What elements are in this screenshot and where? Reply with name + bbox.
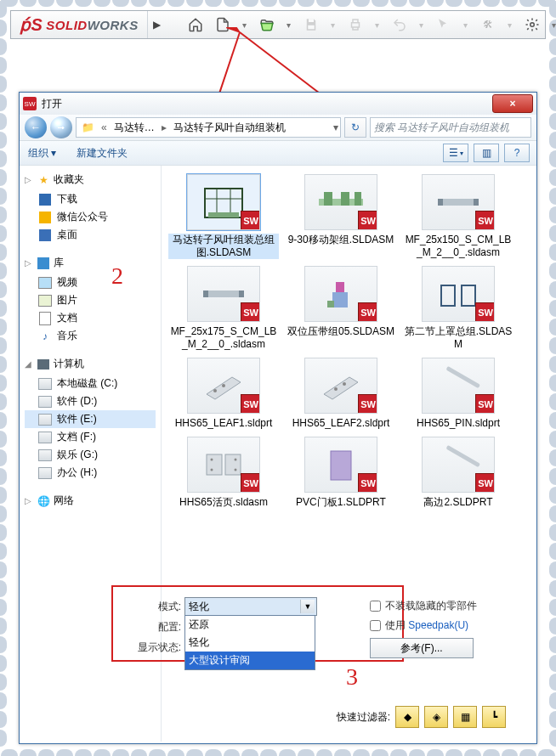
svg-rect-0 (309, 19, 314, 22)
svg-rect-13 (341, 192, 349, 206)
svg-rect-38 (445, 445, 480, 467)
svg-point-34 (211, 469, 213, 471)
search-input[interactable]: 搜索 马达转子风叶自动组装机 (370, 117, 531, 138)
quick-filter-label: 快速过滤器: (337, 710, 390, 725)
refresh-button[interactable]: ↻ (344, 117, 366, 138)
file-item[interactable]: SW双位压带组05.SLDASM (286, 266, 396, 351)
tree-item-drive-g[interactable]: 娱乐 (G:) (25, 446, 156, 464)
help-button[interactable]: ? (504, 144, 530, 162)
svg-rect-16 (438, 199, 443, 206)
svg-point-36 (235, 469, 237, 471)
organize-menu[interactable]: 组织 ▾ (28, 146, 56, 161)
tree-item-videos[interactable]: 视频 (25, 274, 156, 291)
print-icon[interactable] (348, 17, 363, 32)
svg-rect-22 (332, 292, 348, 307)
chk-speedpak[interactable]: 使用 Speedpak(U) (370, 618, 506, 633)
tree-item-music[interactable]: ♪音乐 (25, 327, 156, 345)
tree-item-pictures[interactable]: 图片 (25, 291, 156, 309)
new-file-icon[interactable] (215, 17, 230, 32)
filter-drawings-button[interactable]: ▦ (453, 706, 477, 728)
svg-point-27 (222, 384, 225, 387)
tree-favorites[interactable]: ▷★收藏夹 (25, 172, 156, 187)
svg-point-29 (343, 382, 346, 386)
svg-rect-37 (331, 451, 351, 480)
filter-parts-button[interactable]: ◆ (395, 706, 419, 728)
new-folder-button[interactable]: 新建文件夹 (77, 146, 128, 161)
rebuild-icon[interactable]: 🛠 (480, 17, 496, 32)
svg-rect-21 (336, 282, 344, 292)
annotation-3: 3 (346, 663, 358, 691)
tree-item-desktop[interactable]: 桌面 (25, 226, 156, 244)
file-item[interactable]: SWHHS65_PIN.sldprt (403, 358, 513, 430)
filter-top-level-button[interactable]: ┗ (482, 706, 506, 728)
svg-rect-18 (203, 291, 244, 297)
breadcrumb[interactable]: 📁 « 马达转… ▸ 马达转子风叶自动组装机 ▾ (76, 117, 341, 138)
menu-expand-icon[interactable]: ▶ (148, 19, 166, 31)
view-mode-button[interactable]: ☰▾ (443, 144, 468, 162)
open-dialog: SW 打开 × ← → 📁 « 马达转… ▸ 马达转子风叶自动组装机 ▾ ↻ 搜… (19, 92, 537, 744)
svg-rect-2 (351, 23, 359, 27)
solidworks-logo: ṕS SOLIDWORKS (11, 11, 148, 38)
mode-dropdown[interactable]: 轻化▼ 还原 轻化 大型设计审阅 (184, 597, 317, 616)
tree-item-wechat[interactable]: 微信公众号 (25, 208, 156, 226)
svg-point-26 (213, 389, 217, 392)
file-item[interactable]: SWHHS65_LEAF1.sldprt (168, 358, 279, 430)
file-item[interactable]: SW第二节上罩总组.SLDASM (403, 266, 513, 351)
svg-rect-32 (225, 454, 241, 475)
save-icon[interactable] (304, 17, 319, 32)
svg-rect-25 (462, 285, 475, 306)
options-icon[interactable] (525, 17, 540, 32)
file-item[interactable]: SWMF_25x150_S_CM_LB_M_2__0_.sldasm (403, 174, 513, 259)
annotation-2b: 2 (111, 262, 123, 290)
nav-forward-button[interactable]: → (50, 116, 72, 138)
file-item[interactable]: SWHHS65_LEAF2.sldprt (286, 358, 396, 430)
tree-computer[interactable]: ◢计算机 (25, 357, 156, 371)
tree-network[interactable]: ▷🌐网络 (25, 494, 156, 508)
home-icon[interactable] (188, 17, 203, 32)
tree-item-drive-h[interactable]: 办公 (H:) (25, 464, 156, 482)
svg-point-33 (211, 459, 213, 461)
close-button[interactable]: × (492, 94, 533, 113)
file-item[interactable]: SW马达转子风叶组装总组图.SLDASM (168, 174, 279, 259)
mode-label: 模式: (122, 600, 184, 614)
svg-point-35 (235, 459, 237, 461)
chk-hidden-parts[interactable]: 不装载隐藏的零部件 (370, 599, 506, 613)
nav-back-button[interactable]: ← (25, 116, 47, 138)
svg-point-3 (530, 23, 534, 27)
filter-assemblies-button[interactable]: ◈ (424, 706, 448, 728)
tree-item-downloads[interactable]: 下载 (25, 190, 156, 208)
tree-item-drive-d[interactable]: 软件 (D:) (25, 392, 156, 410)
mode-dropdown-popup: 还原 轻化 大型设计审阅 (184, 615, 315, 670)
file-item[interactable]: SW高边2.SLDPRT (403, 437, 513, 509)
dialog-title: 打开 (42, 97, 62, 111)
references-button[interactable]: 参考(F)... (370, 638, 474, 658)
svg-point-28 (334, 387, 338, 391)
file-item[interactable]: SWHHS65活页.sldasm (168, 437, 279, 509)
mode-option-restore[interactable]: 还原 (185, 616, 315, 634)
select-icon[interactable] (436, 17, 451, 32)
file-item[interactable]: SWMF_25x175_S_CM_LB_M_2__0_.sldasm (168, 266, 279, 351)
tree-libraries[interactable]: ▷库 (25, 256, 156, 270)
svg-rect-31 (207, 454, 222, 475)
tree-item-drive-e[interactable]: 软件 (E:) (25, 410, 156, 428)
svg-rect-19 (203, 291, 208, 297)
open-file-icon[interactable] (259, 17, 275, 32)
dialog-app-icon: SW (23, 97, 37, 110)
tree-item-drive-f[interactable]: 文档 (F:) (25, 428, 156, 446)
svg-rect-1 (308, 25, 315, 30)
svg-rect-17 (474, 199, 479, 206)
mode-option-lightweight[interactable]: 轻化 (185, 634, 315, 652)
config-label: 配置: (122, 620, 184, 635)
display-state-label: 显示状态: (122, 640, 184, 655)
svg-rect-23 (327, 301, 334, 307)
mode-option-large-design-review[interactable]: 大型设计审阅 (185, 652, 315, 669)
svg-rect-10 (208, 212, 239, 217)
tree-item-documents[interactable]: 文档 (25, 309, 156, 327)
undo-icon[interactable] (392, 17, 407, 32)
file-item[interactable]: SWPVC门板1.SLDPRT (286, 437, 396, 509)
file-item[interactable]: SW9-30移动架组.SLDASM (286, 174, 396, 259)
preview-pane-button[interactable]: ▥ (474, 144, 499, 162)
svg-rect-14 (355, 192, 361, 206)
tree-item-drive-c[interactable]: 本地磁盘 (C:) (25, 375, 156, 392)
svg-rect-12 (324, 192, 332, 206)
